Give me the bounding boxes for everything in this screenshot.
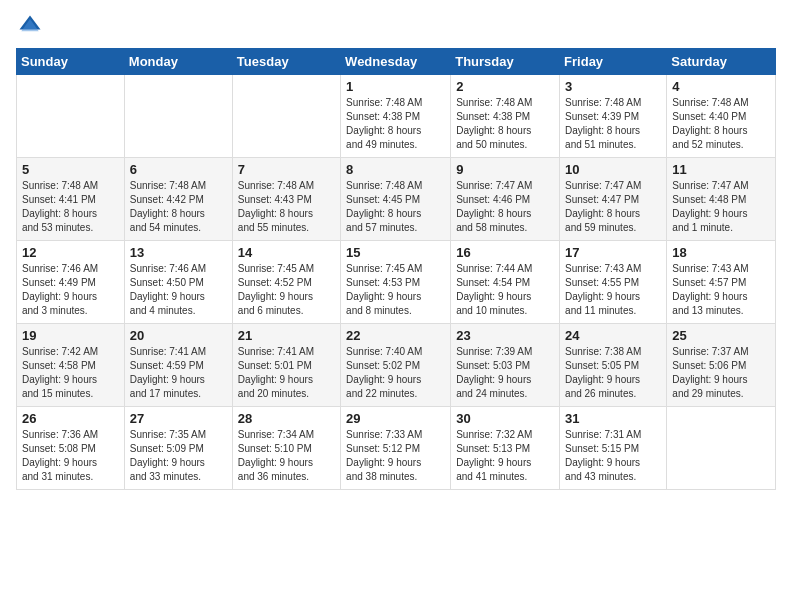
calendar-cell: 9Sunrise: 7:47 AM Sunset: 4:46 PM Daylig…	[451, 158, 560, 241]
calendar-cell: 5Sunrise: 7:48 AM Sunset: 4:41 PM Daylig…	[17, 158, 125, 241]
calendar-cell: 25Sunrise: 7:37 AM Sunset: 5:06 PM Dayli…	[667, 324, 776, 407]
day-info: Sunrise: 7:44 AM Sunset: 4:54 PM Dayligh…	[456, 262, 554, 318]
calendar-cell: 16Sunrise: 7:44 AM Sunset: 4:54 PM Dayli…	[451, 241, 560, 324]
day-number: 8	[346, 162, 445, 177]
day-number: 21	[238, 328, 335, 343]
calendar-cell: 2Sunrise: 7:48 AM Sunset: 4:38 PM Daylig…	[451, 75, 560, 158]
calendar-cell: 13Sunrise: 7:46 AM Sunset: 4:50 PM Dayli…	[124, 241, 232, 324]
calendar-cell: 8Sunrise: 7:48 AM Sunset: 4:45 PM Daylig…	[341, 158, 451, 241]
day-number: 26	[22, 411, 119, 426]
calendar-cell: 19Sunrise: 7:42 AM Sunset: 4:58 PM Dayli…	[17, 324, 125, 407]
calendar-day-header: Monday	[124, 49, 232, 75]
day-info: Sunrise: 7:42 AM Sunset: 4:58 PM Dayligh…	[22, 345, 119, 401]
day-number: 23	[456, 328, 554, 343]
calendar-header-row: SundayMondayTuesdayWednesdayThursdayFrid…	[17, 49, 776, 75]
day-number: 9	[456, 162, 554, 177]
day-info: Sunrise: 7:47 AM Sunset: 4:46 PM Dayligh…	[456, 179, 554, 235]
calendar-cell: 30Sunrise: 7:32 AM Sunset: 5:13 PM Dayli…	[451, 407, 560, 490]
calendar-week-row: 5Sunrise: 7:48 AM Sunset: 4:41 PM Daylig…	[17, 158, 776, 241]
day-info: Sunrise: 7:46 AM Sunset: 4:49 PM Dayligh…	[22, 262, 119, 318]
day-info: Sunrise: 7:47 AM Sunset: 4:47 PM Dayligh…	[565, 179, 661, 235]
logo	[16, 12, 48, 40]
calendar-day-header: Saturday	[667, 49, 776, 75]
calendar-cell: 27Sunrise: 7:35 AM Sunset: 5:09 PM Dayli…	[124, 407, 232, 490]
calendar-day-header: Thursday	[451, 49, 560, 75]
day-info: Sunrise: 7:35 AM Sunset: 5:09 PM Dayligh…	[130, 428, 227, 484]
day-number: 15	[346, 245, 445, 260]
day-number: 11	[672, 162, 770, 177]
day-info: Sunrise: 7:46 AM Sunset: 4:50 PM Dayligh…	[130, 262, 227, 318]
calendar-week-row: 12Sunrise: 7:46 AM Sunset: 4:49 PM Dayli…	[17, 241, 776, 324]
calendar-cell: 7Sunrise: 7:48 AM Sunset: 4:43 PM Daylig…	[232, 158, 340, 241]
day-number: 16	[456, 245, 554, 260]
calendar-cell: 14Sunrise: 7:45 AM Sunset: 4:52 PM Dayli…	[232, 241, 340, 324]
day-number: 1	[346, 79, 445, 94]
day-number: 13	[130, 245, 227, 260]
calendar-cell: 18Sunrise: 7:43 AM Sunset: 4:57 PM Dayli…	[667, 241, 776, 324]
day-info: Sunrise: 7:41 AM Sunset: 5:01 PM Dayligh…	[238, 345, 335, 401]
day-number: 7	[238, 162, 335, 177]
calendar-day-header: Friday	[560, 49, 667, 75]
day-info: Sunrise: 7:41 AM Sunset: 4:59 PM Dayligh…	[130, 345, 227, 401]
day-info: Sunrise: 7:48 AM Sunset: 4:45 PM Dayligh…	[346, 179, 445, 235]
calendar-cell: 10Sunrise: 7:47 AM Sunset: 4:47 PM Dayli…	[560, 158, 667, 241]
calendar-week-row: 19Sunrise: 7:42 AM Sunset: 4:58 PM Dayli…	[17, 324, 776, 407]
calendar-day-header: Tuesday	[232, 49, 340, 75]
calendar-cell: 3Sunrise: 7:48 AM Sunset: 4:39 PM Daylig…	[560, 75, 667, 158]
day-info: Sunrise: 7:43 AM Sunset: 4:57 PM Dayligh…	[672, 262, 770, 318]
day-number: 12	[22, 245, 119, 260]
day-number: 4	[672, 79, 770, 94]
day-number: 14	[238, 245, 335, 260]
day-info: Sunrise: 7:45 AM Sunset: 4:53 PM Dayligh…	[346, 262, 445, 318]
day-info: Sunrise: 7:32 AM Sunset: 5:13 PM Dayligh…	[456, 428, 554, 484]
day-number: 30	[456, 411, 554, 426]
calendar-cell: 15Sunrise: 7:45 AM Sunset: 4:53 PM Dayli…	[341, 241, 451, 324]
calendar-day-header: Sunday	[17, 49, 125, 75]
day-number: 19	[22, 328, 119, 343]
day-info: Sunrise: 7:48 AM Sunset: 4:39 PM Dayligh…	[565, 96, 661, 152]
day-info: Sunrise: 7:48 AM Sunset: 4:38 PM Dayligh…	[456, 96, 554, 152]
day-number: 25	[672, 328, 770, 343]
page-container: SundayMondayTuesdayWednesdayThursdayFrid…	[0, 0, 792, 498]
logo-icon	[16, 12, 44, 40]
day-number: 18	[672, 245, 770, 260]
calendar-cell	[17, 75, 125, 158]
calendar-cell: 4Sunrise: 7:48 AM Sunset: 4:40 PM Daylig…	[667, 75, 776, 158]
day-number: 31	[565, 411, 661, 426]
day-number: 24	[565, 328, 661, 343]
day-info: Sunrise: 7:36 AM Sunset: 5:08 PM Dayligh…	[22, 428, 119, 484]
day-number: 2	[456, 79, 554, 94]
day-info: Sunrise: 7:33 AM Sunset: 5:12 PM Dayligh…	[346, 428, 445, 484]
calendar-cell: 20Sunrise: 7:41 AM Sunset: 4:59 PM Dayli…	[124, 324, 232, 407]
day-number: 29	[346, 411, 445, 426]
calendar-cell: 31Sunrise: 7:31 AM Sunset: 5:15 PM Dayli…	[560, 407, 667, 490]
day-info: Sunrise: 7:37 AM Sunset: 5:06 PM Dayligh…	[672, 345, 770, 401]
day-number: 20	[130, 328, 227, 343]
day-number: 22	[346, 328, 445, 343]
calendar-cell: 1Sunrise: 7:48 AM Sunset: 4:38 PM Daylig…	[341, 75, 451, 158]
calendar-cell	[667, 407, 776, 490]
calendar-cell: 11Sunrise: 7:47 AM Sunset: 4:48 PM Dayli…	[667, 158, 776, 241]
calendar-day-header: Wednesday	[341, 49, 451, 75]
calendar-cell: 12Sunrise: 7:46 AM Sunset: 4:49 PM Dayli…	[17, 241, 125, 324]
page-header	[16, 12, 776, 40]
calendar-week-row: 26Sunrise: 7:36 AM Sunset: 5:08 PM Dayli…	[17, 407, 776, 490]
day-info: Sunrise: 7:34 AM Sunset: 5:10 PM Dayligh…	[238, 428, 335, 484]
calendar-cell: 6Sunrise: 7:48 AM Sunset: 4:42 PM Daylig…	[124, 158, 232, 241]
day-number: 10	[565, 162, 661, 177]
day-number: 6	[130, 162, 227, 177]
calendar-cell: 29Sunrise: 7:33 AM Sunset: 5:12 PM Dayli…	[341, 407, 451, 490]
day-info: Sunrise: 7:48 AM Sunset: 4:40 PM Dayligh…	[672, 96, 770, 152]
day-info: Sunrise: 7:48 AM Sunset: 4:38 PM Dayligh…	[346, 96, 445, 152]
calendar-cell: 24Sunrise: 7:38 AM Sunset: 5:05 PM Dayli…	[560, 324, 667, 407]
calendar-cell: 22Sunrise: 7:40 AM Sunset: 5:02 PM Dayli…	[341, 324, 451, 407]
day-number: 17	[565, 245, 661, 260]
day-info: Sunrise: 7:31 AM Sunset: 5:15 PM Dayligh…	[565, 428, 661, 484]
day-info: Sunrise: 7:45 AM Sunset: 4:52 PM Dayligh…	[238, 262, 335, 318]
calendar-cell: 28Sunrise: 7:34 AM Sunset: 5:10 PM Dayli…	[232, 407, 340, 490]
day-number: 3	[565, 79, 661, 94]
day-info: Sunrise: 7:48 AM Sunset: 4:43 PM Dayligh…	[238, 179, 335, 235]
calendar-cell: 17Sunrise: 7:43 AM Sunset: 4:55 PM Dayli…	[560, 241, 667, 324]
calendar-table: SundayMondayTuesdayWednesdayThursdayFrid…	[16, 48, 776, 490]
calendar-cell: 26Sunrise: 7:36 AM Sunset: 5:08 PM Dayli…	[17, 407, 125, 490]
